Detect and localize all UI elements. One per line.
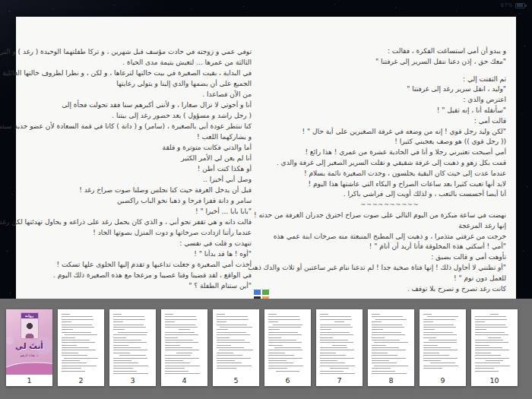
page-thumbnail-3[interactable]: 3 [109,309,156,386]
thumbnail-page-number: 10 [471,375,518,386]
page-thumbnail-6[interactable]: 6 [264,309,311,386]
thumb-text-line [217,368,236,369]
page-thumbnail-4[interactable]: 4 [161,309,207,386]
battery-fill [517,4,523,7]
text-line [274,68,506,74]
thumb-text-line [217,316,248,317]
text-line: و يشاركهما اللعب ! [27,131,252,142]
thumb-text-line [62,319,93,320]
text-line: نهضت في ساعة مبكرة من اليوم التالي على ص… [274,211,506,221]
text-line: الجميع على أن يضمها والدي إلينا و يتولى … [27,78,252,89]
thumb-text-line [423,358,458,359]
thumb-text-line [372,325,402,325]
thumb-text-line [334,321,344,322]
page-thumbnail-2[interactable]: 2 [58,309,104,386]
text-line: أو هكذا كنت أظن ! [27,163,252,174]
thumb-text-line [217,337,230,338]
page-thumbnail-10[interactable]: 10 [471,309,518,386]
thumb-text-line [62,363,87,363]
thumb-text-line [217,334,250,335]
text-line: "أوه ! ها قد بدأنا " ! [27,249,252,259]
thumbnail-page-number: 1 [6,375,52,386]
thumb-text-line [320,342,353,343]
thumb-text-line [62,355,87,356]
thumbnail-page-number: 6 [264,375,311,386]
text-line: وصل أبي أخيرا .. [27,174,252,185]
text-line: خرجت من غرفتي متذمرا ، و ذهبت إلى المطبخ… [274,232,506,242]
thumb-text-line [273,325,303,325]
thumb-text-line [423,325,454,325]
thumb-text-line [165,327,198,328]
thumb-text-line [179,329,190,330]
thumb-text-line [372,360,389,361]
thumb-text-line [332,345,347,346]
page-thumbnail-7[interactable]: 7 [316,309,363,386]
thumb-text-line [320,355,346,356]
thumb-text-line [268,340,296,340]
thumb-text-line [429,340,457,340]
page-thumbnail-8[interactable]: 8 [368,309,414,386]
thumb-text-line [320,340,348,340]
thumb-text-line [217,345,231,346]
thumb-text-line [165,368,185,369]
thumb-text-line [113,360,131,361]
thumbnail-page-text [213,309,259,375]
thumb-text-line [62,325,92,325]
book-page-left[interactable]: توفي عمي و زوجته في حادث مؤسف قبل شهرين … [27,46,252,291]
thumb-text-line [423,353,439,353]
thumb-text-line [62,350,96,350]
thumb-text-line [268,314,277,315]
thumb-text-line [268,329,280,330]
text-line: لابد أنها تعبت كثيرا بعد ساعات الصراخ و … [274,179,506,190]
thumbnail-list: روايةأنتَ ليد. هناء الرهو12345678910 [6,309,518,386]
text-line: أنا أيضا أحسست بالتعب ، و لذلك أويت إلى … [274,189,506,200]
thumb-text-line [113,337,126,338]
book-page-right[interactable]: و يبدو أن أمي استساغت الفكرة ، فقالت :"م… [274,46,506,294]
thumb-text-line [475,350,509,350]
page-thumbnail-1[interactable]: روايةأنتَ ليد. هناء الرهو1 [6,309,52,386]
thumb-text-line [320,319,352,320]
thumb-text-line [62,329,73,330]
text-line: قالت أمي : [274,116,506,127]
thumb-text-line [372,329,383,330]
thumb-text-line [268,337,281,338]
thumbnail-page-number: 2 [58,375,104,386]
thumb-text-line [320,314,328,315]
thumb-text-line [113,334,147,335]
thumb-text-line [119,355,145,356]
thumb-text-line [274,347,302,348]
thumb-text-line [268,368,287,369]
thumb-text-line [372,373,407,374]
cover-portrait [21,318,38,338]
thumb-text-line [268,332,298,333]
thumb-text-line [113,358,147,359]
thumb-text-line [475,329,486,330]
thumb-text-line [62,353,78,353]
thumb-text-line [372,358,406,359]
text-line: ~~~~~~~~~~ [274,200,506,211]
thumb-text-line [118,332,147,333]
text-line: "أين ستنام الطفلة ؟ " [27,280,252,291]
thumb-text-line [372,314,380,315]
thumb-text-line [217,314,225,315]
thumb-text-line [320,347,347,348]
thumb-text-line [113,353,130,353]
page-thumbnail-5[interactable]: 5 [213,309,259,386]
thumb-text-line [423,368,442,369]
thumb-text-line [268,353,285,353]
logo-square-blue [254,290,261,295]
thumb-text-line [475,332,505,333]
thumb-text-line [375,319,407,320]
thumb-text-line [217,358,251,359]
page-thumbnail-9[interactable]: 9 [420,309,466,386]
thumb-text-line [217,366,252,366]
text-line: تنهدت و قلت في نفسي : [27,238,252,249]
thumb-text-line [486,360,503,361]
text-line: إنها رغد المزعجة [274,221,506,232]
thumb-text-line [475,319,507,320]
thumb-text-line [62,347,89,348]
thumb-text-line [113,368,133,369]
text-line: "سأنقله أنا ، إنه ثقيل " ! [274,106,506,116]
thumb-text-line [113,314,122,315]
thumb-text-line [475,334,508,335]
